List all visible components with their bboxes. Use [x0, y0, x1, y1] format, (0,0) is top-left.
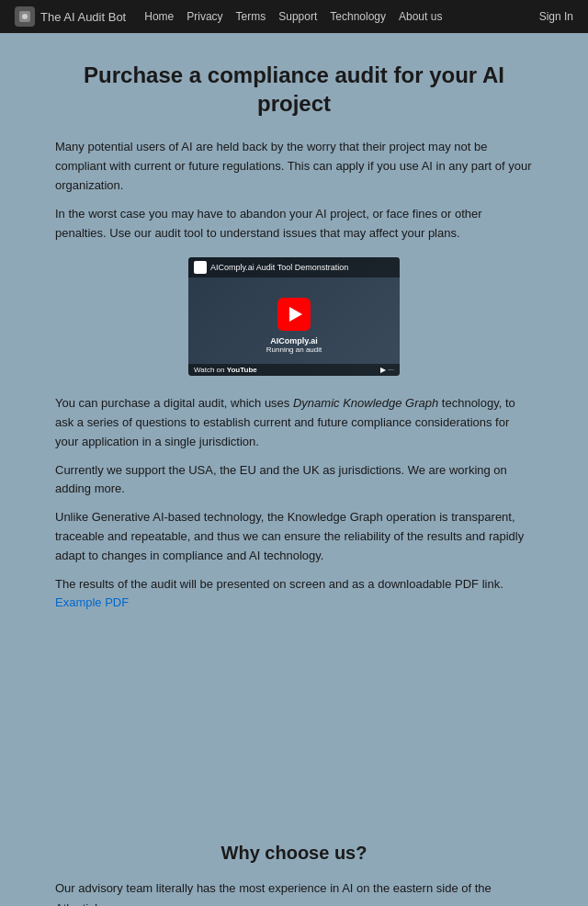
navbar-links: Home Privacy Terms Support Technology Ab… [144, 10, 538, 23]
video-wrapper: AIComply.ai Audit Tool Demonstration AIC… [188, 257, 400, 376]
video-center-label: AIComply.ai Running an audit [266, 336, 322, 354]
youtube-label: YouTube [227, 366, 257, 374]
watch-on-label: Watch on YouTube [194, 366, 257, 374]
main-content: Purchase a compliance audit for your AI … [0, 33, 588, 640]
nav-home[interactable]: Home [144, 10, 174, 23]
video-container[interactable]: AIComply.ai Audit Tool Demonstration AIC… [188, 257, 400, 376]
video-brand: AIComply.ai [266, 336, 322, 345]
body-p1-before: You can purchase a digital audit, which … [55, 396, 293, 410]
navbar-logo[interactable]: The AI Audit Bot [15, 6, 126, 27]
body-paragraph-3: Unlike Generative AI-based technology, t… [55, 508, 533, 565]
navbar-logo-text: The AI Audit Bot [40, 10, 126, 24]
nav-technology[interactable]: Technology [330, 10, 386, 23]
body-p4-before: The results of the audit will be present… [55, 577, 503, 591]
nav-support[interactable]: Support [278, 10, 317, 23]
play-button[interactable] [277, 298, 311, 331]
spacer [0, 640, 588, 824]
play-icon [289, 307, 302, 322]
navbar: The AI Audit Bot Home Privacy Terms Supp… [0, 0, 588, 33]
page-title: Purchase a compliance audit for your AI … [55, 61, 533, 118]
nav-about[interactable]: About us [399, 10, 442, 23]
why-section: Why choose us? Our advisory team literal… [0, 824, 588, 906]
video-inner: AIComply.ai Audit Tool Demonstration AIC… [188, 257, 400, 376]
body-paragraph-2: Currently we support the USA, the EU and… [55, 461, 533, 500]
body-paragraph-4: The results of the audit will be present… [55, 575, 533, 614]
video-controls: ▶ ··· [380, 366, 394, 374]
nav-privacy[interactable]: Privacy [187, 10, 222, 23]
example-pdf-link[interactable]: Example PDF [55, 595, 129, 609]
body-paragraph-1: You can purchase a digital audit, which … [55, 394, 533, 451]
dynamic-kg-text: Dynamic Knowledge Graph [293, 396, 438, 410]
why-title: Why choose us? [55, 843, 533, 864]
video-title-bar: AIComply.ai Audit Tool Demonstration [188, 257, 400, 277]
intro-paragraph-1: Many potential users of AI are held back… [55, 138, 533, 195]
intro-paragraph-2: In the worst case you may have to abando… [55, 205, 533, 243]
video-logo [194, 261, 207, 274]
logo-icon [15, 6, 35, 27]
video-channel-name: AIComply.ai Audit Tool Demonstration [210, 263, 348, 272]
svg-point-1 [22, 14, 28, 19]
nav-terms[interactable]: Terms [236, 10, 266, 23]
video-subtitle: Running an audit [266, 345, 322, 354]
why-line-1: Our advisory team literally has the most… [55, 878, 533, 906]
signin-link[interactable]: Sign In [539, 10, 573, 23]
video-bottom-bar: Watch on YouTube ▶ ··· [188, 364, 400, 376]
